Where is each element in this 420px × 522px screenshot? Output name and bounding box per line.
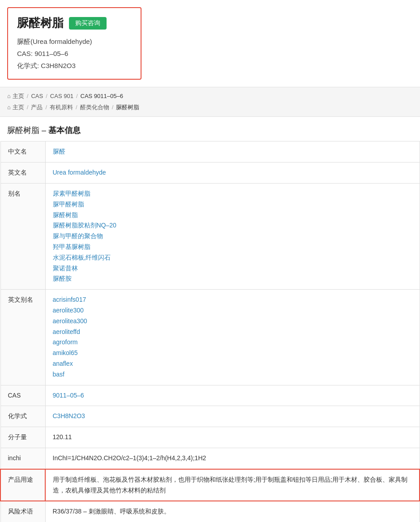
- value-link[interactable]: C3H8N2O3: [53, 412, 85, 419]
- table-value: 用于制造纤维板、泡花板及竹器木材胶粘剂，也用于织物和纸张处理剂等;用于制瓶盖和钮…: [45, 469, 420, 501]
- table-value: 尿素甲醛树脂脲甲醛树脂脲醛树脂脲醛树脂胶粘剂NQ–20脲与甲醛的聚合物羟甲基脲树…: [45, 183, 420, 289]
- table-row: 分子量120.11: [0, 427, 420, 448]
- breadcrumb-cas901[interactable]: CAS 901: [50, 91, 73, 102]
- breadcrumb-organic[interactable]: 有机原料: [50, 102, 73, 113]
- table-label: 产品用途: [0, 469, 45, 501]
- table-row: 别名尿素甲醛树脂脲甲醛树脂脲醛树脂脲醛树脂胶粘剂NQ–20脲与甲醛的聚合物羟甲基…: [0, 183, 420, 289]
- table-value: 9011–05–6: [45, 385, 420, 406]
- breadcrumb-cas-current: CAS 9011–05–6: [81, 91, 123, 102]
- table-value: InChI=1/CH4N2O.CH2O/c2–1(3)4;1–2/h(H4,2,…: [45, 448, 420, 469]
- value-link[interactable]: 9011–05–6: [53, 392, 84, 399]
- alias-link[interactable]: 聚诺昔林: [53, 265, 78, 272]
- section-title-prefix: 脲醛树脂 –: [7, 126, 48, 135]
- alias-link[interactable]: acrisinfs017: [53, 296, 86, 303]
- breadcrumb-aldehyde[interactable]: 醛类化合物: [80, 102, 109, 113]
- table-row: inchiInChI=1/CH4N2O.CH2O/c2–1(3)4;1–2/h(…: [0, 448, 420, 469]
- hero-meta: 脲醛(Urea formaldehyde) CAS: 9011–05–6 化学式…: [17, 35, 132, 72]
- alias-link[interactable]: agroform: [53, 338, 78, 346]
- table-label: 英文名: [0, 163, 45, 184]
- alias-link[interactable]: 尿素甲醛树脂: [53, 190, 90, 197]
- table-row: CAS9011–05–6: [0, 385, 420, 406]
- hero-title-row: 脲醛树脂 购买咨询: [17, 15, 132, 31]
- section-title: 脲醛树脂 – 基本信息: [0, 117, 420, 141]
- alias-link[interactable]: basf: [53, 371, 64, 378]
- table-label: 分子量: [0, 427, 45, 448]
- alias-link[interactable]: aeroliteffd: [53, 328, 80, 335]
- breadcrumb-section: ⌂ 主页 / CAS / CAS 901 / CAS 9011–05–6 ⌂ 主…: [0, 87, 420, 117]
- table-label: 英文别名: [0, 290, 45, 385]
- breadcrumb-cas[interactable]: CAS: [31, 91, 43, 102]
- table-value: R36/37/38 – 刺激眼睛、呼吸系统和皮肤。: [45, 501, 420, 522]
- table-label: 风险术语: [0, 501, 45, 522]
- alias-link[interactable]: aerolite300: [53, 307, 84, 314]
- hero-title: 脲醛树脂: [17, 15, 64, 31]
- table-row: 英文别名acrisinfs017aerolite300aerolitea300a…: [0, 290, 420, 385]
- table-row: 中文名脲醛: [0, 141, 420, 163]
- home-icon-2: ⌂: [7, 102, 11, 113]
- table-row: 产品用途用于制造纤维板、泡花板及竹器木材胶粘剂，也用于织物和纸张处理剂等;用于制…: [0, 469, 420, 501]
- table-label: inchi: [0, 448, 45, 469]
- alias-link[interactable]: aerolitea300: [53, 317, 87, 325]
- buy-button[interactable]: 购买咨询: [69, 17, 107, 30]
- home-icon: ⌂: [7, 91, 11, 102]
- table-label: 中文名: [0, 141, 45, 163]
- breadcrumb-products[interactable]: 产品: [31, 102, 43, 113]
- section-title-bold: 基本信息: [48, 126, 81, 135]
- table-label: 化学式: [0, 406, 45, 427]
- info-table: 中文名脲醛英文名Urea formaldehyde别名尿素甲醛树脂脲甲醛树脂脲醛…: [0, 141, 420, 522]
- alias-link[interactable]: 脲醛树脂: [53, 211, 78, 218]
- breadcrumb-row-2: ⌂ 主页 / 产品 / 有机原料 / 醛类化合物 / 脲醛树脂: [7, 102, 413, 113]
- table-label: CAS: [0, 385, 45, 406]
- alias-link[interactable]: amikol65: [53, 349, 78, 356]
- value-link[interactable]: Urea formaldehyde: [53, 169, 106, 176]
- breadcrumb-product-current: 脲醛树脂: [116, 102, 139, 113]
- table-value: Urea formaldehyde: [45, 163, 420, 184]
- table-row: 化学式C3H8N2O3: [0, 406, 420, 427]
- alias-link[interactable]: 脲与甲醛的聚合物: [53, 232, 103, 240]
- alias-link[interactable]: 脲醛树脂胶粘剂NQ–20: [53, 222, 116, 229]
- alias-link[interactable]: 水泥石棉板,纤维闪石: [53, 254, 111, 261]
- alias-link[interactable]: 脲甲醛树脂: [53, 201, 84, 208]
- table-value: 脲醛: [45, 141, 420, 163]
- hero-chemical-name: 脲醛(Urea formaldehyde): [17, 35, 132, 47]
- breadcrumb-row-1: ⌂ 主页 / CAS / CAS 901 / CAS 9011–05–6: [7, 91, 413, 102]
- table-value: C3H8N2O3: [45, 406, 420, 427]
- table-label: 别名: [0, 183, 45, 289]
- breadcrumb-home-2[interactable]: 主页: [13, 102, 24, 113]
- hero-formula: 化学式: C3H8N2O3: [17, 60, 132, 72]
- value-link[interactable]: 脲醛: [53, 148, 65, 155]
- table-value: acrisinfs017aerolite300aerolitea300aerol…: [45, 290, 420, 385]
- breadcrumb-home-1[interactable]: 主页: [13, 91, 24, 102]
- alias-link[interactable]: anaflex: [53, 360, 73, 367]
- table-value: 120.11: [45, 427, 420, 448]
- alias-link[interactable]: 羟甲基脲树脂: [53, 243, 90, 250]
- alias-link[interactable]: 脲醛胺: [53, 275, 72, 282]
- table-row: 风险术语R36/37/38 – 刺激眼睛、呼吸系统和皮肤。: [0, 501, 420, 522]
- hero-cas: CAS: 9011–05–6: [17, 47, 132, 60]
- table-row: 英文名Urea formaldehyde: [0, 163, 420, 184]
- hero-card: 脲醛树脂 购买咨询 脲醛(Urea formaldehyde) CAS: 901…: [7, 7, 141, 80]
